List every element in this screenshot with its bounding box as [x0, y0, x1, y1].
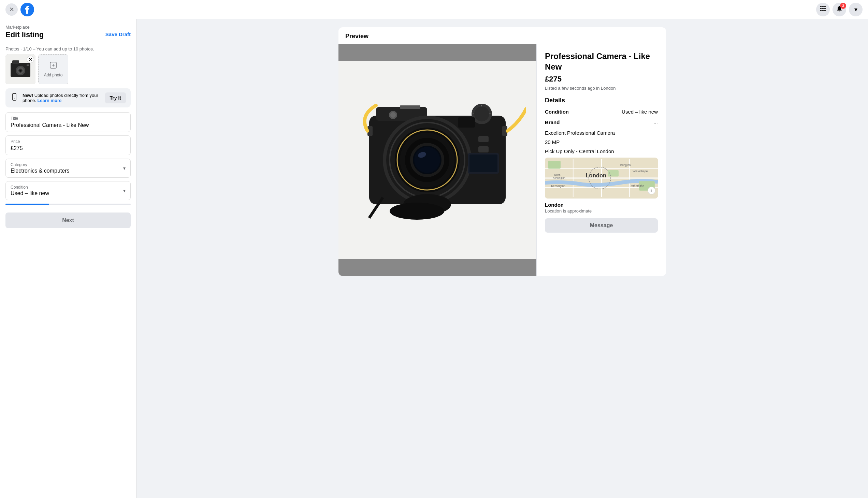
photo-thumbnail: ✕: [5, 54, 36, 84]
brand-row: Brand ...: [545, 119, 658, 125]
panel-header: Marketplace Edit listing Save Draft: [0, 19, 136, 42]
right-panel: Preview: [137, 19, 868, 498]
svg-rect-31: [400, 105, 420, 109]
price-field: Price: [5, 135, 131, 155]
upload-text: New! Upload photos directly from your ph…: [23, 93, 101, 103]
page-title: Edit listing: [5, 30, 44, 39]
close-icon: ✕: [9, 6, 14, 13]
dropdown-button[interactable]: ▾: [849, 3, 863, 16]
facebook-logo: [21, 3, 34, 16]
camera-illustration: [349, 88, 526, 232]
add-photo-button[interactable]: Add photo: [38, 54, 68, 84]
svg-rect-46: [478, 146, 489, 153]
title-label: Title: [11, 116, 126, 121]
svg-rect-12: [12, 61, 19, 64]
top-bar-right: 3 ▾: [816, 3, 863, 16]
condition-inner: Condition Used – like new: [11, 185, 49, 196]
svg-text:North: North: [555, 173, 560, 176]
listing-price: £275: [545, 75, 658, 83]
category-label: Category: [11, 162, 69, 167]
svg-rect-60: [548, 161, 560, 169]
apps-icon: [819, 5, 826, 14]
preview-image-column: [338, 44, 536, 276]
description-line-3: Pick Up Only - Central London: [545, 148, 658, 154]
price-label: Price: [11, 139, 126, 144]
listing-title: Professional Camera - Like New: [545, 51, 658, 72]
svg-point-6: [824, 8, 826, 9]
apps-button[interactable]: [816, 3, 830, 16]
svg-point-26: [474, 106, 489, 121]
message-button[interactable]: Message: [545, 218, 658, 233]
svg-text:Islington: Islington: [620, 164, 631, 167]
image-top-bar: [338, 44, 536, 61]
add-photo-icon: [49, 61, 57, 71]
category-field[interactable]: Category Electronics & computers ▾: [5, 159, 131, 178]
marketplace-label: Marketplace: [5, 25, 44, 30]
svg-point-3: [824, 6, 826, 7]
condition-field[interactable]: Condition Used – like new ▾: [5, 181, 131, 200]
description-line-2: 20 MP: [545, 139, 658, 145]
preview-main-image: [338, 61, 536, 259]
chevron-down-icon: ▾: [854, 6, 857, 13]
svg-point-50: [390, 202, 444, 220]
header-text: Marketplace Edit listing: [5, 25, 44, 39]
condition-chevron-icon: ▾: [123, 188, 126, 193]
camera-image-container: [338, 61, 536, 259]
description-line-1: Excellent Professional Camera: [545, 130, 658, 136]
left-panel: Marketplace Edit listing Save Draft Phot…: [0, 19, 137, 498]
svg-point-5: [822, 8, 824, 9]
condition-value: Used – like new: [11, 190, 49, 196]
details-heading: Details: [545, 97, 658, 104]
svg-rect-30: [458, 117, 475, 128]
new-badge: New!: [23, 93, 33, 98]
condition-row: Condition Used – like new: [545, 109, 658, 115]
progress-bar-container: [5, 204, 131, 205]
condition-detail-label: Condition: [545, 109, 569, 115]
map-container: London ℹ Islington North Kensington Whit…: [545, 158, 658, 198]
try-it-button[interactable]: Try It: [105, 92, 126, 103]
svg-point-4: [820, 8, 821, 9]
notification-badge: 3: [840, 3, 846, 9]
location-name: London: [545, 202, 658, 208]
remove-photo-button[interactable]: ✕: [27, 56, 34, 63]
add-photo-label: Add photo: [44, 73, 63, 77]
notification-button[interactable]: 3: [832, 3, 846, 16]
svg-point-9: [824, 10, 826, 11]
svg-point-22: [14, 99, 15, 99]
progress-bar: [5, 204, 131, 205]
progress-bar-fill: [5, 204, 49, 205]
svg-text:Whitechapel: Whitechapel: [633, 170, 648, 173]
preview-card: Preview: [338, 27, 666, 276]
svg-rect-17: [27, 64, 29, 66]
photos-row: ✕ Add photo: [5, 54, 131, 84]
top-bar-left: ✕: [5, 3, 34, 16]
save-draft-button[interactable]: Save Draft: [105, 25, 131, 37]
category-inner: Category Electronics & computers: [11, 162, 69, 174]
svg-point-2: [822, 6, 824, 7]
price-input[interactable]: [11, 145, 126, 152]
condition-detail-value: Used – like new: [622, 109, 658, 115]
close-button[interactable]: ✕: [5, 3, 18, 16]
category-value: Electronics & computers: [11, 168, 69, 174]
next-button[interactable]: Next: [5, 212, 131, 228]
top-bar: ✕: [0, 0, 868, 19]
preview-heading: Preview: [338, 27, 666, 44]
category-chevron-icon: ▾: [123, 166, 126, 171]
svg-text:Rotherhithe: Rotherhithe: [630, 185, 644, 187]
title-input[interactable]: [11, 122, 126, 128]
main-layout: Marketplace Edit listing Save Draft Phot…: [0, 19, 868, 498]
svg-text:Kensington: Kensington: [551, 185, 565, 187]
learn-more-link[interactable]: Learn more: [37, 98, 62, 103]
panel-body: Photos · 1/10 – You can add up to 10 pho…: [0, 42, 136, 498]
svg-point-1: [820, 6, 821, 7]
location-approx: Location is approximate: [545, 208, 658, 213]
svg-point-7: [820, 10, 821, 11]
svg-rect-62: [608, 170, 619, 176]
listing-time: Listed a few seconds ago in London: [545, 86, 658, 91]
photos-label: Photos · 1/10 – You can add up to 10 pho…: [5, 47, 131, 52]
svg-rect-45: [478, 136, 489, 142]
svg-text:ℹ: ℹ: [650, 188, 652, 193]
preview-content: Professional Camera - Like New £275 List…: [338, 44, 666, 276]
svg-text:Kensington: Kensington: [553, 176, 565, 180]
phone-icon: [10, 93, 18, 103]
